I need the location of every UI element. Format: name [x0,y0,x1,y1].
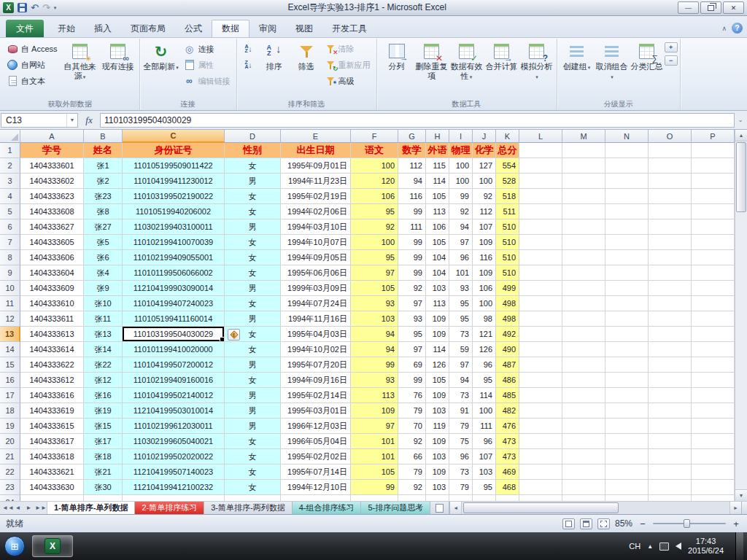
cell-I19[interactable]: 79 [449,419,473,434]
row-header-2[interactable]: 2 [0,158,20,174]
cell-A21[interactable]: 1404333618 [20,449,84,464]
cell-M2[interactable] [562,158,605,174]
cell-G21[interactable]: 66 [398,449,426,464]
cell-B15[interactable]: 张22 [84,357,123,373]
cell-J11[interactable]: 100 [473,296,496,311]
cell-A5[interactable]: 1404333608 [20,204,84,219]
column-header-E[interactable]: E [281,130,351,143]
horizontal-scroll-thumb[interactable] [463,502,619,513]
cell-N19[interactable] [605,419,649,434]
cell-B10[interactable]: 张9 [84,281,123,296]
cell-C5[interactable]: 11010519940206002 [123,204,225,219]
cell-O10[interactable] [649,281,692,296]
subtotal-button[interactable]: 分类汇总 [630,39,665,99]
cell-P24[interactable] [692,495,735,501]
cell-G12[interactable]: 93 [398,311,426,327]
cell-E17[interactable]: 1995年02月14日 [281,388,351,403]
remove-duplicates-button[interactable]: 删除重复项 [414,39,449,99]
cell-P6[interactable] [692,219,735,235]
cell-O14[interactable] [649,342,692,357]
cell-E13[interactable]: 1995年04月03日 [281,327,351,342]
cell-G8[interactable]: 99 [398,250,426,265]
cell-G2[interactable]: 112 [398,158,426,174]
cell-J2[interactable]: 127 [473,158,496,174]
cell-E21[interactable]: 1995年02月02日 [281,449,351,464]
cell-M9[interactable] [562,265,605,281]
cell-C1[interactable]: 身份证号 [123,143,225,158]
zoom-level[interactable]: 85% [615,518,632,529]
cell-P21[interactable] [692,449,735,464]
cell-F7[interactable]: 100 [351,235,398,250]
cell-N8[interactable] [605,250,649,265]
language-indicator[interactable]: CH [629,542,640,551]
cell-B20[interactable]: 张17 [84,434,123,449]
cell-M20[interactable] [562,434,605,449]
cell-N18[interactable] [605,403,649,419]
sheet-tab-1[interactable]: 1-简单排序-单列数据 [47,502,135,514]
cell-C4[interactable]: 110103199502190022 [123,189,225,204]
cell-K10[interactable]: 499 [496,281,519,296]
name-box-dropdown-icon[interactable]: ▼ [66,114,77,127]
cell-K22[interactable]: 469 [496,464,519,480]
column-header-N[interactable]: N [605,130,649,143]
column-header-J[interactable]: J [473,130,496,143]
cell-G10[interactable]: 92 [398,281,426,296]
cell-A14[interactable]: 1404333614 [20,342,84,357]
cell-E19[interactable]: 1996年12月03日 [281,419,351,434]
cell-P7[interactable] [692,235,735,250]
expand-formula-bar-icon[interactable]: ⌄ [735,117,746,123]
cell-E15[interactable]: 1995年07月20日 [281,357,351,373]
edit-links-button[interactable]: 编辑链接 [180,73,234,89]
cell-P22[interactable] [692,464,735,480]
cell-D18[interactable]: 男 [225,403,281,419]
cell-A18[interactable]: 1404333619 [20,403,84,419]
cell-D4[interactable]: 女 [225,189,281,204]
cell-E8[interactable]: 1994年09月05日 [281,250,351,265]
ribbon-tab-formulas[interactable]: 公式 [175,20,212,37]
cell-K7[interactable]: 510 [496,235,519,250]
cell-K9[interactable]: 510 [496,265,519,281]
cell-A6[interactable]: 1404333627 [20,219,84,235]
cell-F17[interactable]: 113 [351,388,398,403]
cell-L3[interactable] [519,174,562,189]
cell-N7[interactable] [605,235,649,250]
cell-M3[interactable] [562,174,605,189]
cell-I11[interactable]: 95 [449,296,473,311]
cell-G19[interactable]: 70 [398,419,426,434]
cell-K4[interactable]: 518 [496,189,519,204]
filter-button[interactable]: 筛选 [290,39,322,99]
cell-N6[interactable] [605,219,649,235]
cell-E7[interactable]: 1994年10月07日 [281,235,351,250]
cell-D3[interactable]: 男 [225,174,281,189]
row-header-4[interactable]: 4 [0,189,20,204]
cell-C10[interactable]: 112104199903090014 [123,281,225,296]
cell-G6[interactable]: 111 [398,219,426,235]
cell-F11[interactable]: 93 [351,296,398,311]
clear-filter-button[interactable]: ✕ 清除 [322,41,374,57]
cell-L11[interactable] [519,296,562,311]
sheet-tab-3[interactable]: 3-简单排序-两列数据 [204,502,292,514]
cell-D23[interactable]: 女 [225,480,281,495]
scroll-right-button[interactable]: ► [729,502,741,514]
cell-J22[interactable]: 103 [473,464,496,480]
cell-B17[interactable]: 张16 [84,388,123,403]
cell-E23[interactable]: 1994年12月10日 [281,480,351,495]
cell-O3[interactable] [649,174,692,189]
insert-worksheet-tab[interactable] [430,502,449,514]
cell-J9[interactable]: 109 [473,265,496,281]
cell-B9[interactable]: 张4 [84,265,123,281]
cell-K8[interactable]: 510 [496,250,519,265]
cell-J12[interactable]: 98 [473,311,496,327]
cell-O24[interactable] [649,495,692,501]
row-header-12[interactable]: 12 [0,311,20,327]
cell-O19[interactable] [649,419,692,434]
column-header-P[interactable]: P [692,130,735,143]
tab-split-handle[interactable] [741,502,747,514]
cell-M15[interactable] [562,357,605,373]
cell-I5[interactable]: 92 [449,204,473,219]
cell-P15[interactable] [692,357,735,373]
cell-F1[interactable]: 语文 [351,143,398,158]
cell-D6[interactable]: 男 [225,219,281,235]
cell-O8[interactable] [649,250,692,265]
cell-G17[interactable]: 76 [398,388,426,403]
